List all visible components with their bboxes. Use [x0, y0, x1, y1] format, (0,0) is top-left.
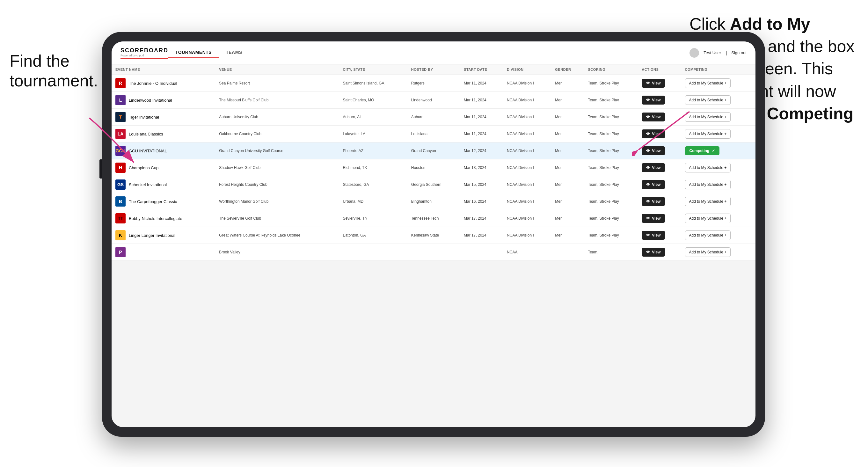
add-to-schedule-button[interactable]: Add to My Schedule +: [685, 230, 731, 240]
table-row: R The Johnnie - O Individual Sea Palms R…: [112, 75, 755, 92]
sign-out-link[interactable]: Sign out: [731, 50, 747, 55]
hosted-by-cell: Binghamton: [407, 193, 460, 210]
event-name: Lindenwood Invitational: [129, 98, 172, 103]
scoring-cell: Team, Stroke Play: [584, 75, 638, 92]
table-row: LA Louisiana Classics Oakbourne Country …: [112, 126, 755, 143]
left-annotation-line2: tournament.: [9, 71, 98, 90]
division-cell: NCAA: [503, 244, 551, 261]
table-header-row: EVENT NAME VENUE CITY, STATE HOSTED BY S…: [112, 64, 755, 75]
team-logo: H: [115, 162, 126, 173]
view-button[interactable]: 👁 View: [642, 96, 665, 104]
table-row: P Brook ValleyNCAATeam, 👁 View Add to My…: [112, 244, 755, 261]
hosted-by-cell: [407, 244, 460, 261]
city-state-cell: Lafayette, LA: [339, 126, 407, 143]
start-date-cell: Mar 11, 2024: [460, 75, 503, 92]
division-cell: NCAA Division I: [503, 210, 551, 227]
actions-cell: 👁 View: [638, 75, 681, 92]
add-to-schedule-button[interactable]: Add to My Schedule +: [685, 79, 731, 88]
team-logo: GCU: [115, 146, 126, 156]
start-date-cell: Mar 12, 2024: [460, 143, 503, 159]
view-button[interactable]: 👁 View: [642, 180, 665, 189]
view-button[interactable]: 👁 View: [642, 163, 665, 172]
competing-button[interactable]: Competing ✓: [685, 146, 720, 155]
add-to-schedule-button[interactable]: Add to My Schedule +: [685, 180, 731, 189]
scoring-cell: Team, Stroke Play: [584, 159, 638, 176]
start-date-cell: Mar 17, 2024: [460, 227, 503, 244]
city-state-cell: Richmond, TX: [339, 159, 407, 176]
col-hosted-by: HOSTED BY: [407, 64, 460, 75]
app-logo: SCOREBOARD Powered by clippd: [121, 47, 168, 59]
nav-tab-teams[interactable]: TEAMS: [219, 47, 249, 58]
left-annotation-line1: Find the: [9, 52, 69, 70]
city-state-cell: Urbana, MD: [339, 193, 407, 210]
add-to-schedule-button[interactable]: Add to My Schedule +: [685, 163, 731, 173]
scoring-cell: Team, Stroke Play: [584, 210, 638, 227]
city-state-cell: Phoenix, AZ: [339, 143, 407, 159]
team-logo: R: [115, 78, 126, 88]
table-row: L Lindenwood Invitational The Missouri B…: [112, 92, 755, 109]
actions-cell: 👁 View: [638, 244, 681, 261]
venue-cell: Grand Canyon University Golf Course: [215, 143, 339, 159]
start-date-cell: Mar 13, 2024: [460, 159, 503, 176]
view-button[interactable]: 👁 View: [642, 146, 665, 155]
division-cell: NCAA Division I: [503, 143, 551, 159]
venue-cell: Worthington Manor Golf Club: [215, 193, 339, 210]
view-button[interactable]: 👁 View: [642, 214, 665, 223]
tournaments-table: EVENT NAME VENUE CITY, STATE HOSTED BY S…: [112, 64, 755, 261]
actions-cell: 👁 View: [638, 176, 681, 193]
view-button[interactable]: 👁 View: [642, 113, 665, 121]
table-row: TT Bobby Nichols Intercollegiate The Sev…: [112, 210, 755, 227]
gender-cell: [551, 244, 584, 261]
venue-cell: Great Waters Course At Reynolds Lake Oco…: [215, 227, 339, 244]
start-date-cell: Mar 11, 2024: [460, 109, 503, 126]
city-state-cell: [339, 244, 407, 261]
competing-cell: Competing ✓: [681, 143, 756, 159]
tablet-screen: SCOREBOARD Powered by clippd TOURNAMENTS…: [112, 41, 755, 427]
view-button[interactable]: 👁 View: [642, 231, 665, 240]
col-scoring: SCORING: [584, 64, 638, 75]
event-name: Tiger Invitational: [129, 115, 159, 120]
eye-icon: 👁: [646, 250, 650, 254]
gender-cell: Men: [551, 75, 584, 92]
gender-cell: Men: [551, 143, 584, 159]
nav-tab-tournaments[interactable]: TOURNAMENTS: [168, 47, 219, 58]
col-division: DIVISION: [503, 64, 551, 75]
scoring-cell: Team, Stroke Play: [584, 176, 638, 193]
app-header: SCOREBOARD Powered by clippd TOURNAMENTS…: [112, 41, 755, 64]
eye-icon: 👁: [646, 165, 650, 170]
table-row: H Champions Cup Shadow Hawk Golf ClubRic…: [112, 159, 755, 176]
actions-cell: 👁 View: [638, 126, 681, 143]
view-button[interactable]: 👁 View: [642, 197, 665, 206]
add-to-schedule-button[interactable]: Add to My Schedule +: [685, 214, 731, 223]
venue-cell: Brook Valley: [215, 244, 339, 261]
add-to-schedule-button[interactable]: Add to My Schedule +: [685, 112, 731, 122]
division-cell: NCAA Division I: [503, 159, 551, 176]
eye-icon: 👁: [646, 182, 650, 187]
event-name-cell-7: GS Schenkel Invitational: [112, 176, 215, 193]
add-to-schedule-button[interactable]: Add to My Schedule +: [685, 197, 731, 206]
team-logo: GS: [115, 180, 126, 190]
event-name: The Johnnie - O Individual: [129, 81, 177, 86]
competing-cell: Add to My Schedule +: [681, 92, 756, 109]
add-to-schedule-button[interactable]: Add to My Schedule +: [685, 95, 731, 105]
add-to-schedule-button[interactable]: Add to My Schedule +: [685, 247, 731, 257]
event-name-cell-8: B The Carpetbagger Classic: [112, 193, 215, 210]
competing-cell: Add to My Schedule +: [681, 126, 756, 143]
view-button[interactable]: 👁 View: [642, 79, 665, 88]
division-cell: NCAA Division I: [503, 92, 551, 109]
hosted-by-cell: Kennesaw State: [407, 227, 460, 244]
eye-icon: 👁: [646, 199, 650, 204]
division-cell: NCAA Division I: [503, 109, 551, 126]
competing-cell: Add to My Schedule +: [681, 227, 756, 244]
hosted-by-cell: Rutgers: [407, 75, 460, 92]
view-button[interactable]: 👁 View: [642, 248, 665, 257]
hosted-by-cell: Grand Canyon: [407, 143, 460, 159]
table-container: EVENT NAME VENUE CITY, STATE HOSTED BY S…: [112, 64, 755, 427]
event-name: Schenkel Invitational: [129, 182, 167, 187]
city-state-cell: Auburn, AL: [339, 109, 407, 126]
add-to-schedule-button[interactable]: Add to My Schedule +: [685, 129, 731, 139]
start-date-cell: Mar 17, 2024: [460, 210, 503, 227]
view-button[interactable]: 👁 View: [642, 129, 665, 138]
venue-cell: Shadow Hawk Golf Club: [215, 159, 339, 176]
division-cell: NCAA Division I: [503, 176, 551, 193]
